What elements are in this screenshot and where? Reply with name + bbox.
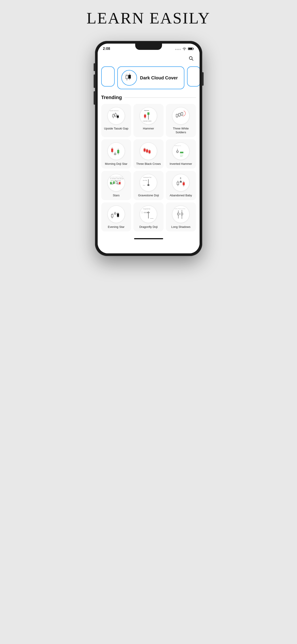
svg-rect-55 — [144, 149, 145, 152]
three-white-label: Three White Soldiers — [168, 127, 194, 134]
card-stub-right[interactable] — [187, 66, 200, 86]
search-button[interactable] — [187, 54, 195, 62]
mute-button — [94, 63, 95, 71]
pattern-card-evening-star[interactable]: Evening Star — [101, 202, 131, 232]
pattern-card-stars[interactable]: TICK STOCK TWEETS SIMULATION TM x MORNIN… — [101, 171, 131, 200]
phone-shell: 2:08 — [95, 41, 202, 256]
volume-up-button — [94, 74, 95, 88]
pattern-card-dragonfly[interactable]: Dragonfly Doji H — [133, 202, 164, 232]
pattern-card-abandoned-baby[interactable]: + — [166, 171, 196, 200]
app-content: Dark Cloud Cover Trending — [98, 52, 200, 253]
upside-tasuki-svg: Upside Tasuki Ga... — [109, 108, 124, 123]
long-shadows-icon: Candles: Shadows and Doji — [172, 206, 190, 223]
battery-icon — [188, 47, 194, 50]
three-black-label: Three Black Crows — [136, 162, 161, 166]
home-indicator — [98, 236, 200, 242]
svg-text:+: + — [180, 176, 181, 180]
svg-rect-102 — [117, 214, 119, 217]
trending-section: Trending Upside Tasuki Ga... — [98, 93, 200, 236]
morning-doji-icon — [107, 142, 125, 160]
three-white-icon — [172, 107, 190, 124]
evening-star-svg — [109, 207, 124, 222]
wifi-icon — [182, 47, 187, 50]
svg-text:ENTER: ENTER — [180, 154, 183, 156]
hammer-icon: Hammer Long — [140, 107, 157, 124]
svg-rect-46 — [111, 149, 113, 152]
dark-cloud-cover-card[interactable]: Dark Cloud Cover — [117, 66, 184, 89]
svg-rect-75 — [112, 183, 113, 184]
upside-tasuki-icon: Upside Tasuki Ga... — [107, 107, 125, 124]
svg-rect-50 — [114, 154, 116, 154]
svg-rect-15 — [128, 75, 131, 78]
trending-header: Trending — [101, 93, 196, 100]
pattern-card-hammer[interactable]: Hammer Long — [133, 104, 164, 137]
svg-rect-116 — [177, 213, 179, 215]
pattern-card-long-shadows[interactable]: Candles: Shadows and Doji — [166, 202, 196, 232]
gravestone-label: Gravestone Doji — [138, 194, 159, 198]
pattern-card-three-black[interactable]: Three Black Crows — [133, 139, 164, 168]
svg-text:Candles: Shadows and Doji: Candles: Shadows and Doji — [174, 208, 185, 209]
svg-rect-52 — [117, 150, 119, 153]
featured-cards-scroll: Dark Cloud Cover — [98, 64, 200, 93]
svg-point-1 — [177, 49, 178, 50]
three-black-icon — [140, 142, 157, 160]
svg-rect-39 — [179, 113, 180, 116]
pattern-card-upside-tasuki[interactable]: Upside Tasuki Ga... — [101, 104, 131, 137]
svg-rect-76 — [113, 182, 115, 184]
svg-rect-42 — [181, 112, 183, 115]
abandoned-baby-label: Abandoned Baby — [170, 194, 192, 198]
svg-rect-78 — [118, 183, 119, 184]
dark-cloud-cover-title: Dark Cloud Cover — [140, 75, 178, 80]
svg-rect-6 — [193, 48, 194, 50]
long-shadows-svg: Candles: Shadows and Doji — [173, 207, 188, 222]
search-icon — [188, 56, 194, 61]
inverted-hammer-icon: Hal Hammer Ca... ENTER STOP — [172, 142, 190, 160]
abandoned-baby-svg: + — [173, 175, 188, 190]
svg-rect-82 — [147, 185, 149, 185]
svg-text:L: L — [153, 218, 154, 219]
page-wrapper: LEARN EASILY 2:08 — [84, 9, 213, 256]
gravestone-icon: Gravestone Doji Open/High Close — [140, 174, 157, 192]
svg-rect-91 — [180, 182, 182, 182]
status-icons — [175, 47, 194, 50]
home-bar — [134, 238, 163, 239]
dragonfly-label: Dragonfly Doji — [139, 225, 158, 229]
inverted-hammer-label: Inverted Hammer — [170, 162, 192, 166]
svg-rect-31 — [144, 115, 146, 118]
svg-rect-93 — [183, 182, 185, 185]
svg-text:O: O — [142, 212, 142, 214]
morning-doji-label: Morning Doji Star — [105, 162, 127, 166]
pattern-grid: Upside Tasuki Ga... — [101, 104, 196, 236]
pattern-card-gravestone[interactable]: Gravestone Doji Open/High Close — [133, 171, 164, 200]
stars-label: Stars — [113, 194, 120, 198]
svg-rect-68 — [177, 151, 178, 152]
svg-line-17 — [132, 76, 132, 76]
svg-rect-119 — [181, 213, 183, 215]
stars-svg: TICK STOCK TWEETS SIMULATION TM x MORNIN… — [109, 175, 124, 190]
hammer-svg: Hammer Long — [141, 108, 156, 123]
svg-text:Dragonfly Doji: Dragonfly Doji — [143, 208, 150, 210]
svg-rect-36 — [176, 114, 178, 117]
card-stub-left[interactable] — [101, 66, 115, 86]
long-shadows-label: Long Shadows — [171, 225, 190, 229]
dark-cloud-cover-icon — [121, 70, 137, 86]
power-button — [202, 72, 204, 86]
morning-doji-svg — [109, 144, 124, 158]
three-black-svg — [141, 144, 156, 158]
svg-line-16 — [125, 74, 126, 75]
phone-screen: 2:08 — [98, 44, 200, 253]
svg-rect-23 — [115, 114, 116, 116]
svg-rect-64 — [180, 152, 183, 153]
svg-rect-99 — [114, 213, 116, 214]
svg-text:TM x MORNING STAR SIMULATION: TM x MORNING STAR SIMULATION — [110, 178, 124, 179]
svg-point-3 — [180, 49, 181, 50]
gravestone-svg: Gravestone Doji Open/High Close — [141, 175, 156, 190]
evening-star-label: Evening Star — [108, 225, 124, 229]
svg-point-2 — [178, 49, 179, 50]
svg-rect-7 — [188, 48, 192, 50]
pattern-card-inverted-hammer[interactable]: Hal Hammer Ca... ENTER STOP — [166, 139, 196, 168]
evening-star-icon — [107, 206, 125, 223]
svg-line-9 — [192, 59, 193, 60]
pattern-card-three-white[interactable]: Three White Soldiers — [166, 104, 196, 137]
pattern-card-morning-doji[interactable]: Morning Doji Star — [101, 139, 131, 168]
